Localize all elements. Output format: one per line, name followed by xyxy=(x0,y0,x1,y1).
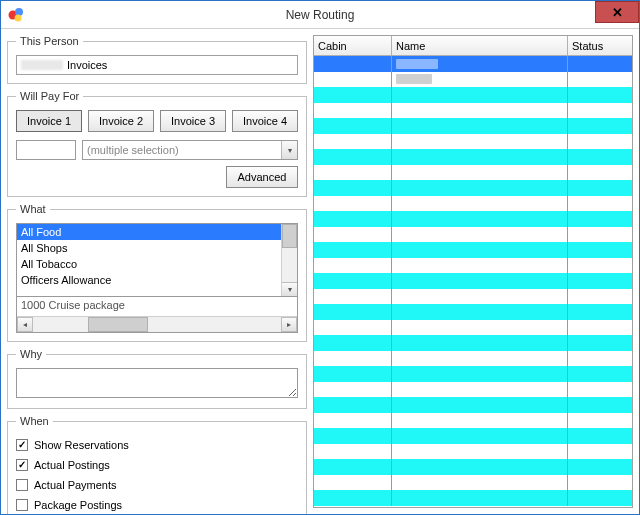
payfor-code-input[interactable] xyxy=(16,140,76,160)
grid-row[interactable] xyxy=(314,320,632,336)
what-detail-list[interactable]: 1000 Cruise package ◂ ▸ xyxy=(16,297,298,333)
grid-row[interactable] xyxy=(314,258,632,274)
grid-row[interactable] xyxy=(314,475,632,491)
grid-row[interactable] xyxy=(314,72,632,88)
grid-cell xyxy=(392,165,568,181)
when-option[interactable]: ✓Actual Postings xyxy=(16,455,298,475)
checkbox-icon[interactable]: ✓ xyxy=(16,439,28,451)
when-option[interactable]: Actual Payments xyxy=(16,475,298,495)
col-header-status[interactable]: Status xyxy=(568,36,632,55)
grid-row[interactable] xyxy=(314,227,632,243)
grid-row[interactable] xyxy=(314,444,632,460)
what-legend: What xyxy=(16,203,50,215)
grid-row[interactable] xyxy=(314,289,632,305)
grid-row[interactable] xyxy=(314,413,632,429)
grid-cell xyxy=(392,118,568,134)
chevron-down-icon[interactable]: ▾ xyxy=(282,282,297,296)
grid-row[interactable] xyxy=(314,304,632,320)
invoice-tab-4[interactable]: Invoice 4 xyxy=(232,110,298,132)
when-option-label: Show Reservations xyxy=(34,439,129,451)
when-option-label: Package Postings xyxy=(34,499,122,511)
grid-cell xyxy=(568,335,632,351)
scrollbar-thumb[interactable] xyxy=(282,224,297,248)
grid-cell xyxy=(314,180,392,196)
grid-cell xyxy=(314,56,392,72)
grid-cell xyxy=(392,320,568,336)
grid-row[interactable] xyxy=(314,428,632,444)
grid-row[interactable] xyxy=(314,149,632,165)
grid-row[interactable] xyxy=(314,165,632,181)
grid-cell xyxy=(392,289,568,305)
what-hscrollbar[interactable]: ◂ ▸ xyxy=(17,316,297,332)
what-item[interactable]: All Food xyxy=(17,224,281,240)
what-item[interactable]: All Tobacco xyxy=(17,256,281,272)
redacted-text xyxy=(21,60,63,70)
grid-row[interactable] xyxy=(314,459,632,475)
grid-row[interactable] xyxy=(314,273,632,289)
grid-cell xyxy=(392,351,568,367)
window-title: New Routing xyxy=(286,8,355,22)
this-person-group: This Person Invoices xyxy=(7,35,307,84)
grid-row[interactable] xyxy=(314,242,632,258)
invoice-tab-2[interactable]: Invoice 2 xyxy=(88,110,154,132)
grid-cell xyxy=(568,413,632,429)
what-listbox[interactable]: All FoodAll ShopsAll TobaccoOfficers All… xyxy=(16,223,298,297)
grid-cell xyxy=(392,428,568,444)
grid-row[interactable] xyxy=(314,180,632,196)
chevron-down-icon[interactable]: ▾ xyxy=(281,141,297,159)
grid-cell xyxy=(314,490,392,506)
grid-cell xyxy=(392,180,568,196)
grid-row[interactable] xyxy=(314,56,632,72)
grid-cell xyxy=(314,428,392,444)
grid-row[interactable] xyxy=(314,335,632,351)
grid-cell xyxy=(314,87,392,103)
grid-row[interactable] xyxy=(314,211,632,227)
when-option[interactable]: Package Postings xyxy=(16,495,298,515)
grid-row[interactable] xyxy=(314,351,632,367)
grid-cell xyxy=(568,211,632,227)
grid-row[interactable] xyxy=(314,397,632,413)
when-option-label: Actual Payments xyxy=(34,479,117,491)
grid-cell xyxy=(568,72,632,88)
close-button[interactable]: ✕ xyxy=(595,1,639,23)
payfor-combo-placeholder: (multiple selection) xyxy=(87,144,179,156)
grid-cell xyxy=(314,304,392,320)
grid-body[interactable] xyxy=(314,56,632,507)
grid-cell xyxy=(392,273,568,289)
grid-row[interactable] xyxy=(314,382,632,398)
advanced-button[interactable]: Advanced xyxy=(226,166,298,188)
grid-cell xyxy=(568,382,632,398)
checkbox-icon[interactable] xyxy=(16,479,28,491)
grid-cell xyxy=(314,444,392,460)
checkbox-icon[interactable] xyxy=(16,499,28,511)
routing-grid[interactable]: Cabin Name Status xyxy=(313,35,633,508)
grid-row[interactable] xyxy=(314,366,632,382)
grid-row[interactable] xyxy=(314,134,632,150)
this-person-field[interactable]: Invoices xyxy=(16,55,298,75)
grid-row[interactable] xyxy=(314,87,632,103)
what-item[interactable]: All Shops xyxy=(17,240,281,256)
grid-cell xyxy=(392,444,568,460)
grid-row[interactable] xyxy=(314,490,632,506)
grid-row[interactable] xyxy=(314,196,632,212)
col-header-name[interactable]: Name xyxy=(392,36,568,55)
grid-row[interactable] xyxy=(314,103,632,119)
invoice-tab-3[interactable]: Invoice 3 xyxy=(160,110,226,132)
what-item[interactable]: Officers Allowance xyxy=(17,272,281,288)
left-pane: This Person Invoices Will Pay For Invoic… xyxy=(7,35,307,508)
scrollbar-thumb[interactable] xyxy=(88,317,148,332)
grid-cell xyxy=(392,149,568,165)
grid-cell xyxy=(568,490,632,506)
scrollbar-track[interactable] xyxy=(33,317,281,332)
chevron-left-icon[interactable]: ◂ xyxy=(17,317,33,332)
chevron-right-icon[interactable]: ▸ xyxy=(281,317,297,332)
when-option[interactable]: ✓Show Reservations xyxy=(16,435,298,455)
grid-cell xyxy=(392,211,568,227)
invoice-tab-1[interactable]: Invoice 1 xyxy=(16,110,82,132)
grid-row[interactable] xyxy=(314,118,632,134)
what-scrollbar[interactable]: ▾ xyxy=(281,224,297,296)
checkbox-icon[interactable]: ✓ xyxy=(16,459,28,471)
col-header-cabin[interactable]: Cabin xyxy=(314,36,392,55)
why-input[interactable] xyxy=(16,368,298,398)
payfor-combo[interactable]: (multiple selection) ▾ xyxy=(82,140,298,160)
